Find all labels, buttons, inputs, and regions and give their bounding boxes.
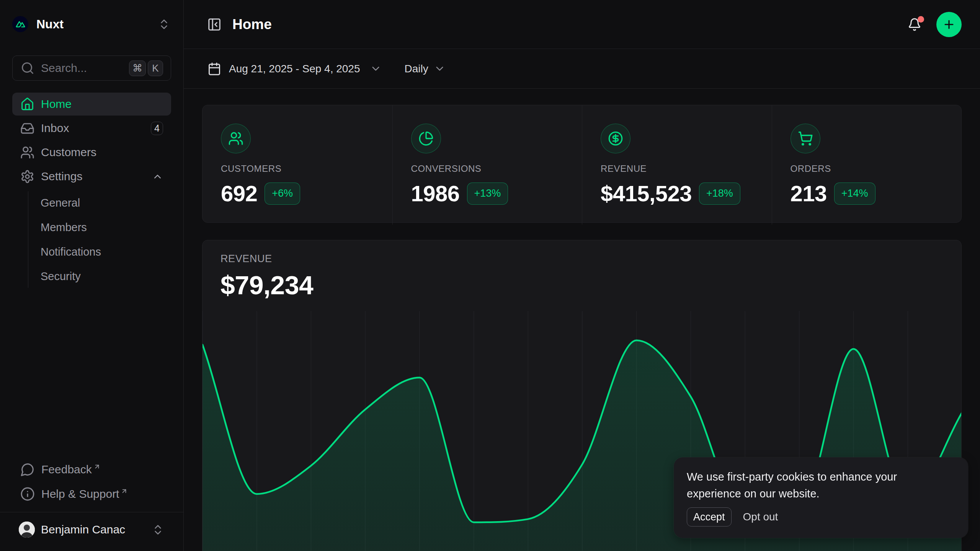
stat-icon-circle <box>791 124 820 153</box>
sub-item-label: Security <box>41 270 81 283</box>
chart-title: REVENUE <box>220 253 943 265</box>
sidebar-item-home[interactable]: Home <box>12 93 171 116</box>
interval-select[interactable]: Daily <box>405 63 446 75</box>
settings-subnav: General Members Notifications Security <box>28 191 171 288</box>
toolbar: Aug 21, 2025 - Sep 4, 2025 Daily <box>184 49 980 89</box>
stat-label: REVENUE <box>601 163 753 174</box>
search-kbds: ⌘ K <box>129 60 163 76</box>
stat-label: CUSTOMERS <box>221 163 374 174</box>
users-icon <box>228 131 243 146</box>
sub-item-label: General <box>41 197 80 209</box>
header-actions <box>908 12 962 37</box>
sidebar-item-inbox[interactable]: Inbox 4 <box>12 117 171 140</box>
chevrons-up-down-icon <box>158 18 170 31</box>
sidebar-item-general[interactable]: General <box>41 191 171 214</box>
chevron-down-icon <box>370 63 382 75</box>
stat-conversions[interactable]: CONVERSIONS 1986 +13% <box>392 105 582 225</box>
sidebar-item-feedback[interactable]: Feedback <box>12 458 171 481</box>
sidebar-item-label: Settings <box>41 170 82 183</box>
sidebar-item-help-support[interactable]: Help & Support <box>12 483 171 505</box>
sidebar-item-notifications[interactable]: Notifications <box>41 240 171 263</box>
sidebar-item-label: Inbox <box>41 122 69 135</box>
stat-value: 213 <box>791 181 827 206</box>
circle-dollar-sign-icon <box>608 131 623 146</box>
users-icon <box>20 145 34 160</box>
stats-row: CUSTOMERS 692 +6% CONVERSIONS 1986 +13% <box>202 105 962 223</box>
stat-orders[interactable]: ORDERS 213 +14% <box>772 105 962 225</box>
sub-item-label: Notifications <box>41 246 101 258</box>
stat-customers[interactable]: CUSTOMERS 692 +6% <box>203 105 392 225</box>
avatar <box>19 522 35 538</box>
kbd-cmd: ⌘ <box>129 60 146 76</box>
stat-delta-badge: +6% <box>265 183 300 205</box>
team-switcher[interactable]: Nuxt <box>12 15 171 34</box>
stat-icon-circle <box>601 124 630 153</box>
sidebar-item-settings[interactable]: Settings <box>12 165 171 188</box>
stat-delta-badge: +14% <box>834 183 875 205</box>
sidebar: Nuxt Search... ⌘ K Home Inbox 4 Cu <box>0 0 184 551</box>
header: Home <box>184 0 980 49</box>
stat-revenue[interactable]: REVENUE $415,523 +18% <box>582 105 772 225</box>
page-title: Home <box>232 16 272 33</box>
sidebar-item-members[interactable]: Members <box>41 216 171 239</box>
chevrons-up-down-icon <box>152 523 164 536</box>
stat-value-row: 692 +6% <box>221 181 374 206</box>
sidebar-nav: Home Inbox 4 Customers Settings General … <box>12 93 171 289</box>
search-placeholder: Search... <box>41 62 87 75</box>
date-range-picker[interactable]: Aug 21, 2025 - Sep 4, 2025 <box>202 62 382 76</box>
toast-actions: Accept Opt out <box>687 507 955 527</box>
panel-left-close-icon[interactable] <box>207 17 222 32</box>
stat-label: CONVERSIONS <box>411 163 564 174</box>
sidebar-divider <box>0 512 183 512</box>
stat-icon-circle <box>411 124 441 153</box>
accept-button[interactable]: Accept <box>687 507 732 527</box>
stat-value-row: 213 +14% <box>791 181 943 206</box>
chart-pie-icon <box>418 131 434 146</box>
stat-icon-circle <box>221 124 251 153</box>
stat-value: 692 <box>221 181 257 206</box>
chart-headline-value: $79,234 <box>220 270 943 300</box>
info-icon <box>20 487 35 501</box>
stat-value-row: $415,523 +18% <box>601 181 753 206</box>
stat-value: 1986 <box>411 181 460 206</box>
cookie-toast: We use first-party cookies to enhance yo… <box>674 457 968 538</box>
foot-item-label: Feedback <box>41 463 92 476</box>
opt-out-button[interactable]: Opt out <box>743 511 778 523</box>
sidebar-spacer <box>12 289 171 458</box>
user-menu[interactable]: Benjamin Canac <box>12 518 171 541</box>
stat-value: $415,523 <box>601 181 692 206</box>
add-button[interactable] <box>936 12 962 37</box>
home-icon <box>20 97 34 111</box>
sidebar-item-label: Home <box>41 98 72 111</box>
stat-value-row: 1986 +13% <box>411 181 564 206</box>
notification-dot <box>918 16 924 23</box>
sidebar-item-customers[interactable]: Customers <box>12 141 171 164</box>
stat-delta-badge: +13% <box>467 183 508 205</box>
chart-header: REVENUE $79,234 <box>203 240 961 300</box>
notifications-button[interactable] <box>908 18 921 31</box>
arrow-up-right-icon <box>121 487 128 495</box>
inbox-icon <box>20 121 34 135</box>
plus-icon <box>942 18 956 31</box>
kbd-k: K <box>148 60 163 76</box>
search-icon <box>21 61 34 75</box>
avatar-image <box>19 522 35 538</box>
chevron-down-icon <box>434 63 446 75</box>
calendar-icon <box>207 62 221 76</box>
nuxt-logo-icon <box>15 19 26 30</box>
chevron-up-icon <box>152 171 163 182</box>
message-circle-icon <box>20 462 35 477</box>
sidebar-item-label: Customers <box>41 146 96 159</box>
stat-label: ORDERS <box>791 163 943 174</box>
inbox-badge: 4 <box>151 122 163 135</box>
shopping-cart-icon <box>798 131 813 146</box>
interval-label: Daily <box>405 63 428 75</box>
sidebar-item-security[interactable]: Security <box>41 265 171 288</box>
team-name: Nuxt <box>36 17 64 31</box>
sub-item-label: Members <box>41 221 87 234</box>
foot-item-label: Help & Support <box>41 487 119 500</box>
settings-icon <box>20 170 34 184</box>
search-input[interactable]: Search... ⌘ K <box>12 55 171 81</box>
nuxt-logo <box>12 16 28 32</box>
cookie-message: We use first-party cookies to enhance yo… <box>687 468 939 502</box>
